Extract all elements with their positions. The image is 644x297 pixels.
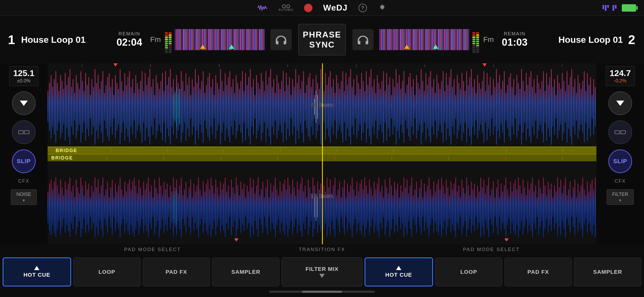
phrase-sync-button[interactable]: PHRASE SYNC: [298, 24, 346, 55]
scrollbar-thumb[interactable]: [302, 291, 342, 293]
svg-rect-372: [60, 180, 61, 235]
pad-right-pad-fx[interactable]: PAD FX: [504, 257, 572, 286]
svg-rect-606: [427, 185, 428, 229]
pad-right-loop[interactable]: LOOP: [435, 257, 503, 286]
svg-rect-402: [107, 181, 108, 233]
svg-rect-429: [150, 191, 150, 223]
svg-rect-174: [311, 87, 312, 127]
svg-rect-505: [269, 197, 269, 217]
help-button[interactable]: ?: [358, 3, 367, 12]
svg-rect-495: [253, 180, 254, 235]
svg-rect-524: [298, 189, 299, 225]
pad-left-hot-cue[interactable]: HOT CUE: [3, 257, 71, 286]
svg-rect-509: [275, 177, 276, 237]
svg-rect-585: [394, 181, 395, 233]
svg-rect-564: [361, 180, 362, 235]
deck2-dropdown-button[interactable]: [608, 91, 632, 115]
svg-rect-144: [264, 91, 265, 122]
automix-circles: [282, 4, 290, 8]
svg-rect-281: [479, 83, 480, 131]
automix-circle-right: [286, 4, 290, 8]
svg-rect-687: [554, 185, 555, 229]
pad-right-sampler[interactable]: SAMPLER: [574, 257, 641, 286]
svg-rect-96: [189, 77, 190, 137]
deck1-slip-button[interactable]: SLIP: [12, 149, 36, 173]
svg-rect-413: [125, 181, 125, 233]
pad-buttons-row: HOT CUE LOOP PAD FX SAMPLER FILTER MIX H…: [0, 255, 644, 289]
svg-rect-26: [79, 89, 80, 125]
automix-icon[interactable]: AUTOMIX: [278, 4, 293, 11]
deck1-bpm-display: 125.1 ±0.0%: [9, 66, 38, 86]
svg-rect-404: [110, 187, 111, 227]
svg-rect-608: [430, 189, 431, 225]
svg-rect-704: [581, 185, 582, 229]
pad-section-labels: PAD MODE SELECT TRANSITION FX PAD MODE S…: [0, 244, 644, 255]
deck1-headphone-button[interactable]: [270, 29, 292, 50]
svg-rect-197: [347, 85, 348, 129]
svg-rect-10: [54, 79, 55, 135]
svg-rect-16: [63, 89, 64, 125]
deck1-dropdown-button[interactable]: [12, 91, 36, 115]
svg-rect-280: [477, 75, 478, 139]
waveform-icon[interactable]: [257, 4, 268, 12]
svg-rect-634: [471, 181, 472, 233]
svg-rect-367: [52, 189, 53, 225]
svg-rect-202: [355, 95, 356, 119]
deck2-effect-button[interactable]: FILTER ▼: [607, 189, 634, 205]
svg-rect-439: [165, 189, 166, 225]
settings-button[interactable]: [378, 3, 387, 12]
scrollbar-track[interactable]: [269, 291, 375, 293]
svg-text:?: ?: [361, 5, 364, 11]
deck1-loop-button[interactable]: [12, 120, 36, 144]
svg-rect-5: [24, 131, 29, 134]
svg-rect-416: [129, 180, 130, 235]
deck2-slip-label: SLIP: [613, 158, 627, 165]
svg-rect-632: [468, 185, 469, 229]
svg-rect-497: [256, 185, 257, 229]
svg-rect-206: [361, 73, 362, 141]
svg-rect-436: [160, 185, 161, 229]
svg-rect-663: [516, 189, 517, 225]
svg-rect-342: [574, 79, 575, 135]
svg-rect-201: [353, 79, 354, 135]
svg-rect-582: [389, 177, 390, 237]
svg-rect-354: [593, 79, 594, 135]
pad-left-sampler[interactable]: SAMPLER: [212, 257, 279, 286]
deck2-headphone-button[interactable]: [352, 29, 374, 50]
deck2-effect-arrow: ▼: [618, 198, 622, 202]
svg-rect-693: [563, 185, 564, 229]
deck2-slip-button[interactable]: SLIP: [608, 149, 632, 173]
svg-rect-338: [568, 85, 569, 129]
svg-rect-9: [52, 87, 53, 127]
pad-right-hot-cue[interactable]: HOT CUE: [365, 257, 433, 286]
deck2-effect-label: FILTER: [612, 192, 628, 197]
svg-rect-274: [468, 85, 469, 129]
svg-rect-350: [587, 73, 588, 141]
svg-rect-121: [228, 77, 229, 137]
svg-rect-316: [534, 79, 535, 135]
svg-rect-540: [324, 185, 324, 229]
pad-left-loop[interactable]: LOOP: [73, 257, 141, 286]
vu2-s9: [169, 49, 172, 51]
svg-rect-618: [446, 180, 447, 235]
record-button[interactable]: [304, 4, 312, 12]
svg-rect-70: [148, 77, 149, 137]
svg-rect-258: [443, 71, 444, 143]
svg-rect-247: [425, 73, 426, 141]
svg-rect-589: [401, 185, 401, 229]
svg-rect-213: [372, 87, 373, 127]
deck2-loop-button[interactable]: [608, 120, 632, 144]
svg-rect-427: [146, 183, 147, 231]
svg-rect-75: [156, 75, 157, 139]
svg-rect-336: [565, 91, 566, 122]
svg-rect-662: [515, 180, 516, 235]
pad-transition-filter-mix[interactable]: FILTER MIX: [282, 257, 362, 286]
svg-rect-483: [234, 193, 235, 221]
svg-rect-547: [334, 177, 335, 237]
deck1-effect-button[interactable]: NOISE ▼: [11, 189, 37, 205]
pad-left-pad-fx[interactable]: PAD FX: [143, 257, 210, 286]
svg-rect-430: [151, 185, 152, 229]
svg-rect-271: [463, 81, 464, 133]
vu-col2: [169, 26, 172, 53]
svg-rect-702: [578, 183, 578, 231]
